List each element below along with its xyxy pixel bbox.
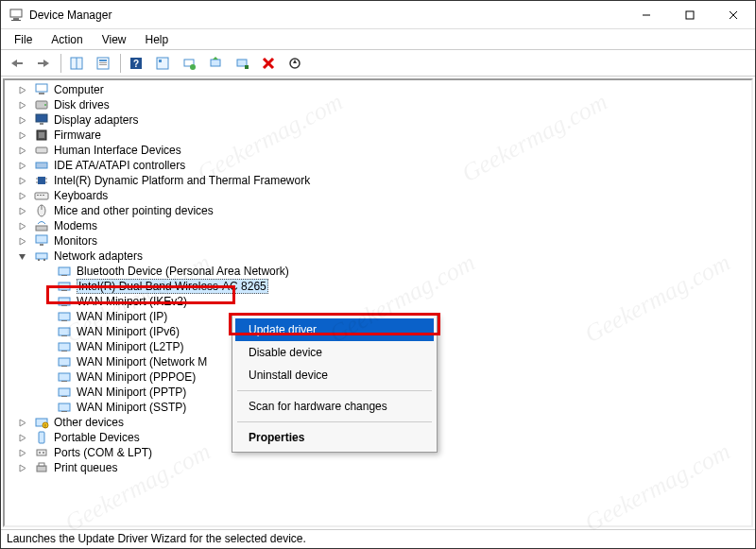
svg-rect-36	[40, 123, 43, 125]
tree-category[interactable]: Mice and other pointing devices	[10, 203, 751, 218]
svg-rect-54	[40, 244, 43, 246]
menu-action[interactable]: Action	[43, 31, 90, 48]
context-menu: Update driverDisable deviceUninstall dev…	[232, 315, 438, 453]
tree-device[interactable]: WAN Miniport (IKEv2)	[10, 294, 751, 309]
tree-category-label: Monitors	[54, 234, 97, 248]
tree-category[interactable]: Monitors	[10, 233, 751, 249]
tool-show-hidden[interactable]	[64, 52, 89, 75]
tool-uninstall[interactable]	[230, 52, 254, 75]
chevron-right-icon[interactable]	[16, 205, 27, 216]
net-dev-icon	[56, 265, 73, 278]
chevron-right-icon[interactable]	[16, 462, 27, 473]
tree-category[interactable]: Keyboards	[10, 188, 751, 203]
tool-action[interactable]	[150, 52, 175, 75]
tree-category[interactable]: IDE ATA/ATAPI controllers	[10, 158, 751, 173]
svg-rect-53	[36, 235, 47, 243]
tree-category-label: Computer	[54, 83, 104, 96]
svg-rect-31	[36, 84, 47, 92]
context-menu-item[interactable]: Properties	[235, 426, 434, 449]
tool-scan-hardware[interactable]	[283, 52, 307, 75]
disk-icon	[33, 98, 50, 112]
svg-rect-86	[39, 463, 44, 466]
tool-disable[interactable]	[256, 52, 281, 75]
chevron-right-icon[interactable]	[16, 129, 27, 141]
computer-icon	[33, 83, 50, 96]
svg-marker-9	[43, 60, 49, 67]
menu-help[interactable]: Help	[138, 31, 177, 48]
tree-category[interactable]: Intel(R) Dynamic Platform and Thermal Fr…	[10, 173, 751, 188]
toolbar: ?	[1, 50, 755, 77]
svg-rect-47	[37, 195, 39, 196]
window-title: Device Manager	[29, 9, 112, 22]
svg-point-34	[44, 104, 46, 106]
menu-file[interactable]: File	[7, 31, 40, 48]
chevron-right-icon[interactable]	[16, 99, 27, 111]
ide-icon	[33, 159, 50, 172]
tree-category[interactable]: Display adapters	[10, 112, 751, 128]
svg-rect-39	[36, 147, 47, 153]
svg-rect-71	[61, 366, 67, 367]
tool-help[interactable]: ?	[124, 52, 148, 75]
chevron-right-icon[interactable]	[16, 160, 27, 171]
tree-device[interactable]: Intel(R) Dual Band Wireless-AC 8265	[10, 279, 751, 294]
tree-category[interactable]: Firmware	[10, 128, 751, 143]
tree-category[interactable]: Modems	[10, 218, 751, 233]
tree-category-label: Portable Devices	[54, 431, 140, 444]
chevron-right-icon[interactable]	[16, 145, 27, 156]
tree-category-label: Other devices	[54, 416, 124, 429]
svg-text:!: !	[44, 423, 45, 429]
tree-category[interactable]: Network adapters	[10, 249, 751, 264]
context-menu-item[interactable]: Uninstall device	[235, 364, 434, 386]
modem-icon	[33, 219, 50, 232]
chevron-right-icon[interactable]	[16, 447, 27, 458]
net-dev-icon	[56, 355, 73, 369]
context-menu-item[interactable]: Scan for hardware changes	[235, 395, 434, 418]
context-menu-separator	[237, 390, 432, 391]
svg-rect-63	[61, 305, 67, 306]
hid-icon	[33, 144, 50, 157]
chevron-right-icon[interactable]	[16, 114, 27, 126]
tree-category-label: Mice and other pointing devices	[54, 204, 214, 217]
tree-device-label: WAN Miniport (IPv6)	[77, 325, 180, 338]
net-dev-icon	[56, 386, 73, 399]
tool-properties[interactable]	[91, 52, 115, 75]
svg-rect-68	[59, 343, 70, 351]
chevron-right-icon[interactable]	[16, 175, 27, 186]
minimize-button[interactable]	[625, 1, 668, 29]
chevron-right-icon[interactable]	[16, 220, 27, 232]
svg-rect-49	[43, 195, 44, 196]
context-menu-item[interactable]: Update driver	[235, 318, 434, 341]
close-button[interactable]	[712, 1, 755, 29]
tree-category[interactable]: Computer	[10, 82, 751, 97]
tree-device-label: WAN Miniport (SSTP)	[77, 401, 186, 414]
device-tree[interactable]: ComputerDisk drivesDisplay adaptersFirmw…	[5, 80, 751, 525]
tree-category[interactable]: Human Interface Devices	[10, 143, 751, 158]
svg-rect-56	[38, 259, 40, 261]
back-button[interactable]	[5, 52, 29, 75]
tool-update-driver[interactable]	[203, 52, 228, 75]
svg-rect-55	[36, 253, 47, 259]
forward-button[interactable]	[31, 52, 56, 75]
keyboard-icon	[33, 189, 50, 202]
chevron-right-icon[interactable]	[16, 432, 27, 443]
svg-rect-10	[38, 62, 43, 64]
svg-rect-69	[61, 351, 67, 352]
tree-device[interactable]: Bluetooth Device (Personal Area Network)	[10, 264, 751, 279]
context-menu-item[interactable]: Disable device	[235, 341, 434, 364]
svg-rect-73	[61, 381, 67, 382]
chevron-right-icon[interactable]	[16, 84, 27, 95]
chevron-right-icon[interactable]	[16, 190, 27, 201]
chevron-right-icon[interactable]	[16, 417, 27, 428]
maximize-button[interactable]	[668, 1, 712, 29]
chevron-down-icon[interactable]	[16, 250, 27, 262]
svg-point-83	[39, 452, 41, 454]
tool-scan[interactable]	[177, 52, 201, 75]
svg-rect-85	[37, 466, 46, 472]
chevron-right-icon[interactable]	[16, 235, 27, 247]
tree-category[interactable]: Disk drives	[10, 97, 751, 112]
menu-view[interactable]: View	[94, 31, 134, 48]
svg-rect-16	[99, 64, 107, 65]
svg-rect-48	[40, 195, 42, 196]
tree-category[interactable]: Print queues	[10, 460, 751, 475]
svg-rect-67	[61, 335, 67, 336]
